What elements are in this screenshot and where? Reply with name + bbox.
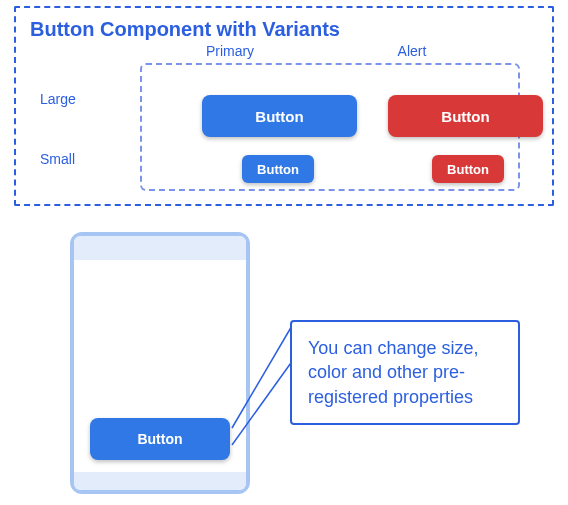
variant-button-large-alert[interactable]: Button bbox=[388, 95, 543, 137]
variant-button-small-alert[interactable]: Button bbox=[432, 155, 504, 183]
panel-title: Button Component with Variants bbox=[30, 18, 538, 41]
column-header-primary: Primary bbox=[180, 43, 280, 59]
phone-mockup: Button bbox=[70, 232, 250, 494]
variant-button-large-primary[interactable]: Button bbox=[202, 95, 357, 137]
callout-box: You can change size, color and other pre… bbox=[290, 320, 520, 425]
phone-status-bar bbox=[74, 236, 246, 260]
row-label-small: Small bbox=[40, 151, 75, 167]
variants-inner-frame: Button Button Button Button bbox=[140, 63, 520, 191]
variant-button-small-primary[interactable]: Button bbox=[242, 155, 314, 183]
phone-nav-bar bbox=[74, 472, 246, 490]
instance-button[interactable]: Button bbox=[90, 418, 230, 460]
row-label-large: Large bbox=[40, 91, 76, 107]
column-header-alert: Alert bbox=[362, 43, 462, 59]
variants-panel: Button Component with Variants Primary A… bbox=[14, 6, 554, 206]
